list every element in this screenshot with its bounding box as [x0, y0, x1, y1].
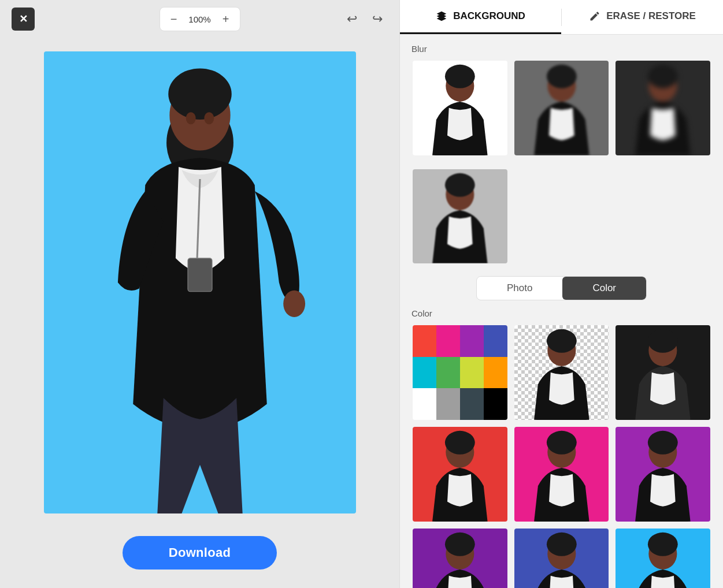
indigo-person	[514, 529, 609, 588]
toggle-group: Photo Color	[476, 276, 647, 300]
erase-tab-label: ERASE / RESTORE	[606, 10, 696, 22]
lightblue-person	[616, 529, 710, 588]
plus-icon: +	[223, 13, 229, 26]
undo-icon: ↩	[347, 12, 357, 27]
toolbar: ✕ − 100% + ↩ ↪	[12, 7, 388, 31]
color-toggle-button[interactable]: Color	[562, 277, 646, 300]
svg-point-12	[648, 65, 678, 88]
svg-rect-5	[187, 258, 212, 292]
photo-color-toggle: Photo Color	[411, 276, 711, 300]
dark-person	[616, 325, 710, 420]
svg-point-6	[283, 291, 305, 317]
tab-background[interactable]: BACKGROUND	[400, 0, 561, 34]
background-tab-label: BACKGROUND	[453, 10, 525, 22]
download-label: Download	[169, 545, 231, 560]
svg-point-16	[547, 329, 577, 353]
redo-icon: ↪	[372, 12, 383, 27]
svg-point-22	[547, 431, 577, 455]
close-button[interactable]: ✕	[12, 8, 35, 31]
svg-point-18	[648, 329, 678, 353]
download-button[interactable]: Download	[123, 536, 277, 570]
blur-section: Blur	[411, 44, 711, 265]
layers-icon	[436, 10, 447, 22]
photo-label: Photo	[507, 282, 532, 293]
blur-person-3	[413, 169, 507, 264]
person-image	[44, 51, 356, 513]
pencil-icon	[589, 10, 600, 22]
right-panel: BACKGROUND ERASE / RESTORE Blur	[399, 0, 723, 588]
photo-toggle-button[interactable]: Photo	[477, 277, 562, 300]
pink-person	[514, 427, 609, 522]
svg-point-4	[204, 112, 214, 124]
svg-point-3	[186, 112, 195, 124]
zoom-out-button[interactable]: −	[165, 10, 183, 28]
close-icon: ✕	[19, 13, 28, 25]
color-label: Color	[592, 282, 616, 293]
blur-thumb-2[interactable]	[614, 59, 711, 157]
color-palette-thumb[interactable]	[411, 324, 509, 421]
blur-label: Blur	[411, 44, 711, 54]
blur-person-0	[413, 61, 507, 155]
minus-icon: −	[170, 13, 177, 26]
color-section-label: Color	[411, 308, 711, 318]
blur-thumbnails	[411, 59, 711, 157]
lightblue-bg-thumb[interactable]	[614, 527, 711, 588]
color-section: Color	[411, 308, 711, 588]
left-panel: ✕ − 100% + ↩ ↪	[0, 0, 399, 588]
violet-person	[413, 529, 507, 588]
download-area: Download	[123, 527, 277, 581]
canvas-area	[12, 38, 388, 527]
undo-button[interactable]: ↩	[342, 9, 362, 29]
history-controls: ↩ ↪	[342, 9, 388, 29]
violet-bg-thumb[interactable]	[411, 527, 509, 588]
transparent-thumb[interactable]	[513, 324, 610, 421]
svg-point-28	[547, 532, 577, 556]
indigo-bg-thumb[interactable]	[513, 527, 610, 588]
blur-thumb-3[interactable]	[411, 168, 509, 265]
transparent-person	[514, 325, 609, 420]
blur-thumb-0[interactable]	[411, 59, 509, 157]
main-image	[44, 51, 356, 513]
zoom-value: 100%	[186, 14, 214, 24]
purple-bg-thumb[interactable]	[614, 426, 711, 523]
tab-erase-restore[interactable]: ERASE / RESTORE	[562, 0, 723, 34]
svg-point-26	[445, 532, 475, 556]
svg-point-30	[648, 532, 678, 556]
redo-button[interactable]: ↪	[367, 9, 388, 29]
right-content: Blur	[400, 35, 723, 588]
svg-point-10	[547, 65, 577, 88]
svg-point-20	[445, 431, 475, 455]
right-header: BACKGROUND ERASE / RESTORE	[400, 0, 723, 35]
pink-bg-thumb[interactable]	[513, 426, 610, 523]
svg-point-8	[445, 65, 475, 88]
dark-bg-thumb[interactable]	[614, 324, 711, 421]
blur-person-2	[616, 61, 710, 155]
svg-point-14	[445, 173, 475, 196]
blur-thumb-1[interactable]	[513, 59, 610, 157]
red-bg-thumb[interactable]	[411, 426, 509, 523]
zoom-controls: − 100% +	[160, 7, 240, 31]
purple-person	[616, 427, 710, 522]
blur-person-1	[514, 61, 609, 155]
zoom-in-button[interactable]: +	[217, 10, 235, 28]
svg-point-2	[168, 68, 231, 119]
color-grid	[411, 324, 711, 588]
red-person	[413, 427, 507, 522]
svg-point-24	[648, 431, 678, 455]
